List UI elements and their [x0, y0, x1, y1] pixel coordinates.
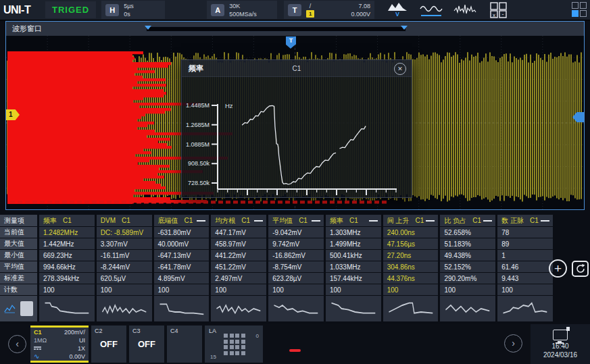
datetime-block[interactable]: 16:40 2024/03/16: [531, 324, 590, 364]
channel1-panel[interactable]: C1 200mV/ 1MΩ UI 1X ∿ 0.00V: [30, 326, 89, 363]
svg-text:1.4485M: 1.4485M: [186, 102, 210, 109]
sparkline-icon: [215, 298, 262, 319]
measure-name: 均方根: [215, 216, 235, 226]
measure-sparkline-cell[interactable]: [497, 296, 553, 321]
measure-value: 100: [440, 284, 495, 295]
logic-analyzer-panel[interactable]: LA 0 15: [205, 326, 263, 363]
la-channel-grid-icon: [224, 334, 245, 355]
channel2-name: C2: [95, 328, 103, 334]
measure-column-header[interactable]: 平均值C1: [268, 215, 324, 226]
measure-sparkline-cell[interactable]: [97, 296, 152, 321]
measure-column-header[interactable]: 比 负占C1: [440, 215, 495, 226]
svg-text:-: -: [502, 11, 504, 18]
notification-dash-icon: [289, 349, 301, 352]
measure-row-label: 测量项: [0, 215, 37, 226]
measure-column-header[interactable]: 底端值C1: [154, 215, 210, 226]
measure-value: 1.499MHz: [326, 238, 381, 249]
measure-value: 1.033MHz: [326, 261, 381, 272]
channel3-name: C3: [132, 328, 141, 334]
svg-text:1.2685M: 1.2685M: [186, 122, 210, 128]
measure-value: 100: [326, 284, 381, 295]
horizontal-settings[interactable]: H 5µs 0s: [101, 1, 165, 19]
channel2-state: OFF: [91, 339, 126, 349]
overview-right-marker-icon[interactable]: [401, 26, 408, 30]
svg-text:0s: 0s: [363, 196, 370, 197]
measure-value: 100: [383, 284, 439, 295]
measure-value: 1.2482MHz: [39, 227, 95, 238]
trend-chart-icon[interactable]: [4, 303, 16, 315]
display-usb-icon: [553, 330, 568, 340]
measure-column-header[interactable]: 间 上升C1: [383, 215, 439, 226]
channel3-panel[interactable]: C3 OFF: [129, 326, 164, 363]
channel2-panel[interactable]: C2 OFF: [91, 326, 126, 363]
svg-text:Hz: Hz: [225, 102, 233, 109]
measure-value: 40.000mV: [154, 238, 210, 249]
measure-value: -8.244mV: [97, 261, 152, 272]
sine-wave-icon[interactable]: [419, 2, 443, 18]
measure-value: 100: [268, 284, 324, 295]
measure-column: 数 正脉C17889161.469.443100: [497, 215, 553, 321]
svg-text:-15s: -15s: [271, 196, 283, 197]
measure-column-header[interactable]: 均方根C1: [211, 215, 266, 226]
measure-sparkline-cell[interactable]: [268, 296, 324, 321]
overview-left-marker-icon[interactable]: [145, 26, 151, 30]
popup-channel-label: C1: [182, 65, 412, 72]
measure-sparkline-cell[interactable]: [326, 296, 381, 321]
popup-header[interactable]: 频率 C1: [182, 60, 412, 77]
measure-value: 89: [497, 238, 553, 249]
measure-value: -631.80mV: [154, 227, 210, 238]
measure-sparkline-cell[interactable]: [440, 296, 495, 321]
peaks-icon[interactable]: V: [385, 2, 410, 18]
svg-text:-20s: -20s: [241, 196, 253, 197]
trigger-position-flag[interactable]: T: [286, 36, 296, 45]
measure-column: 比 负占C152.658%51.183%49.438%52.152%290.20…: [440, 215, 495, 321]
trigger-settings[interactable]: T / 1 7.08 0.000V: [284, 1, 374, 19]
channel4-panel[interactable]: C4: [167, 326, 202, 363]
measure-channel: C1: [349, 217, 358, 224]
measure-channel: C1: [415, 217, 424, 224]
sparkline-icon: [158, 298, 205, 319]
measure-name: 底端值: [158, 216, 178, 226]
noise-wave-icon[interactable]: [453, 2, 477, 18]
channel1-probe: 1X: [59, 344, 85, 353]
measure-row-label: 当前值: [0, 227, 37, 238]
prev-page-button[interactable]: ‹: [8, 335, 26, 353]
measure-channel: C1: [185, 217, 193, 224]
sparkline-icon: [387, 298, 435, 319]
add-measure-button[interactable]: +: [549, 259, 567, 278]
measure-channel: C1: [241, 217, 250, 224]
acquire-settings[interactable]: A 30K 500MSa/s: [207, 1, 277, 19]
measure-column: DVMC1DC: -8.589mV3.307mV-16.11mV-8.244mV…: [97, 215, 152, 321]
acquire-badge: A: [211, 4, 224, 16]
math-grid-icon[interactable]: x -: [487, 2, 511, 18]
channel1-impedance: 1MΩ: [34, 336, 59, 344]
measure-column: 间 上升C1240.00ns47.156µs27.20ns304.86ns44.…: [383, 215, 439, 321]
record-overview-bar[interactable]: [146, 26, 406, 32]
header-dash-icon: [312, 220, 320, 222]
channel1-scale: 200mV/: [59, 328, 85, 336]
channel3-state: OFF: [129, 339, 164, 349]
window-layout-icon[interactable]: [572, 2, 588, 18]
measure-column-header[interactable]: 数 正脉C1: [497, 215, 553, 226]
memory-depth: 30K: [229, 2, 257, 10]
reset-statistics-button[interactable]: [572, 261, 589, 277]
measure-sparkline-cell[interactable]: [383, 296, 439, 321]
measure-value: 100: [97, 284, 152, 295]
horizontal-badge: H: [105, 4, 119, 16]
measure-sparkline-cell[interactable]: [154, 296, 210, 321]
measure-sparkline-cell[interactable]: [39, 296, 95, 321]
close-icon[interactable]: ✕: [394, 63, 406, 75]
measure-sparkline-cell[interactable]: [211, 296, 266, 321]
measure-column-header[interactable]: DVMC1: [97, 215, 152, 226]
measure-value: 240.00ns: [383, 227, 439, 238]
clock-time: 16:40: [551, 342, 568, 350]
next-page-button[interactable]: ›: [504, 334, 522, 353]
spark-select-button[interactable]: [20, 301, 33, 316]
header-dash-icon: [254, 220, 263, 222]
measure-value: 290.20m%: [440, 273, 495, 284]
measure-column-header[interactable]: 频率C1: [326, 215, 381, 226]
measure-column-header[interactable]: 频率C1: [39, 215, 95, 226]
sine-icon: ∿: [34, 353, 59, 361]
channel1-name: C1: [34, 328, 59, 336]
channel4-name: C4: [170, 328, 178, 334]
